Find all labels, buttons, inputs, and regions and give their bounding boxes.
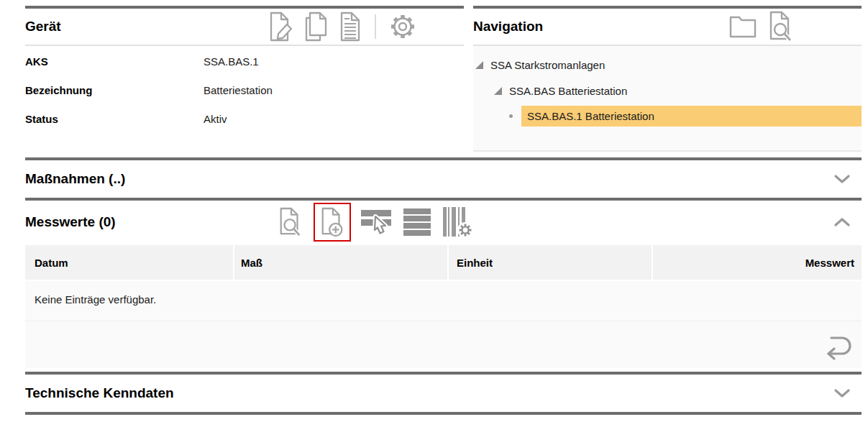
report-document-icon [339,11,363,42]
chevron-up-icon[interactable] [834,217,850,227]
return-button[interactable] [821,332,854,362]
messwerte-table-body: Keine Einträge verfügbar. [25,281,862,368]
return-arrow-icon [821,332,854,362]
list-rows-button[interactable] [403,208,431,237]
messwerte-table-header: Datum Maß Einheit Messwert [25,245,862,280]
technische-kenndaten-title: Technische Kenndaten [25,385,174,401]
edit-document-button[interactable] [268,11,294,42]
tree-leaf-bullet-icon [509,114,513,118]
field-row-bezeichnung: Bezeichnung Batteriestation [25,84,464,113]
document-search-icon [767,10,795,43]
select-rows-button[interactable] [360,208,393,237]
folder-button[interactable] [728,14,757,40]
field-label: Status [25,113,204,125]
document-add-icon [319,206,346,239]
field-label: Bezeichnung [25,84,204,96]
barcode-settings-button[interactable] [441,206,474,239]
tree-item-label[interactable]: SSA.BAS Batteriestation [509,85,627,97]
document-search-icon [277,206,304,239]
tree-item-label[interactable]: SSA Starkstromanlagen [490,59,605,71]
field-label: AKS [25,55,204,68]
edit-document-icon [268,11,294,42]
document-search-button[interactable] [767,10,795,43]
chevron-down-icon[interactable] [834,388,850,398]
field-row-aks: AKS SSA.BAS.1 [25,55,464,84]
messwerte-header: Messwerte (0) [25,201,862,243]
messwerte-section: Messwerte (0) [25,198,862,368]
field-value: Aktiv [204,113,227,125]
tree-item-root[interactable]: SSA Starkstromanlagen [475,55,862,75]
messwerte-toolbar [277,203,474,242]
messwerte-title: Messwerte (0) [25,214,277,230]
field-row-status: Status Aktiv [25,113,464,142]
navigation-panel-header: Navigation [473,9,862,46]
navigation-panel-title: Navigation [473,19,543,35]
toolbar-divider [375,14,376,39]
tree-item-selected[interactable]: SSA.BAS.1 Batteriestation [509,106,862,127]
field-value: Batteriestation [204,84,273,96]
device-panel-title: Gerät [25,19,61,35]
document-search-button[interactable] [277,206,304,239]
device-fields: AKS SSA.BAS.1 Bezeichnung Batteriestatio… [25,46,464,160]
settings-gear-button[interactable] [388,12,418,42]
navigation-toolbar [728,10,795,43]
navigation-panel: Navigation [473,6,862,152]
list-rows-icon [403,208,431,237]
row-divider [25,321,862,321]
tree-item-group[interactable]: SSA.BAS Batteriestation [493,81,862,101]
navigation-tree: SSA Starkstromanlagen SSA.BAS Batteriest… [473,46,862,127]
device-toolbar [268,11,418,42]
tree-selected-highlight[interactable]: SSA.BAS.1 Batteriestation [521,106,862,127]
navigation-tree-body: SSA Starkstromanlagen SSA.BAS Batteriest… [473,46,862,150]
tree-item-label[interactable]: SSA.BAS.1 Batteriestation [527,110,654,122]
tree-expander-icon[interactable] [475,60,484,70]
folder-icon [728,14,757,40]
document-add-button[interactable] [319,206,346,239]
massnahmen-section-bar[interactable]: Maßnahmen (..) [25,157,862,198]
column-header-einheit[interactable]: Einheit [449,245,653,280]
column-header-messwert[interactable]: Messwert [653,245,862,280]
tree-expander-icon[interactable] [493,86,503,96]
device-panel: Gerät [25,6,464,161]
select-rows-cursor-icon [360,208,393,237]
massnahmen-title: Maßnahmen (..) [25,171,125,187]
field-value: SSA.BAS.1 [204,55,259,68]
settings-gear-icon [388,12,418,42]
column-header-mass[interactable]: Maß [234,245,449,280]
empty-state-message: Keine Einträge verfügbar. [25,281,862,306]
chevron-down-icon[interactable] [834,174,850,184]
technische-kenndaten-section-bar[interactable]: Technische Kenndaten [25,372,862,415]
device-panel-header: Gerät [25,9,464,46]
barcode-settings-icon [441,206,474,239]
highlighted-icon-frame [314,203,351,242]
copy-document-button[interactable] [303,11,329,42]
column-header-datum[interactable]: Datum [25,245,234,280]
app-root: Gerät [0,0,868,422]
copy-document-icon [303,11,329,42]
report-document-button[interactable] [339,11,363,42]
